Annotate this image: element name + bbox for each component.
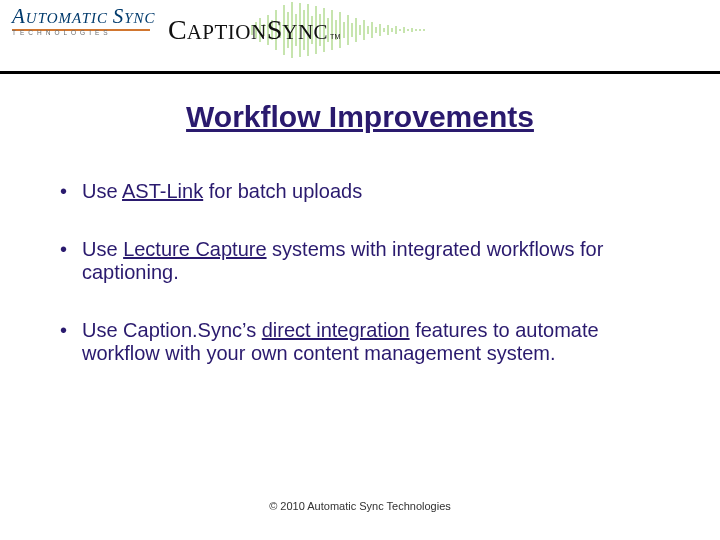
logo-cs-cap-c: C [168,14,187,46]
bullet-1-link: AST-Link [122,180,203,202]
bullet-2-link: Lecture Capture [123,238,266,260]
logo-ast-cap-a: A [12,4,26,28]
logo-ast-ync: YNC [124,10,155,26]
bullet-3-pre: Use Caption.Sync’s [82,319,262,341]
bullet-2-pre: Use [82,238,123,260]
logo-cs-ync: YNC [282,20,328,45]
logo-cs-tm: TM [330,33,340,40]
logo-captionsync: CAPTIONSYNCTM [168,14,340,46]
bullet-list: Use AST-Link for batch uploads Use Lectu… [54,180,666,366]
bullet-item-1: Use AST-Link for batch uploads [54,180,666,204]
logo-cs-aption: APTION [187,20,267,45]
logo-ast-line2: TECHNOLOGIES [12,29,156,36]
slide: AUTOMATIC SYNC TECHNOLOGIES [0,0,720,540]
logo-automatic-sync: AUTOMATIC SYNC TECHNOLOGIES [12,4,156,36]
logo-ast-utomatic: UTOMATIC [26,10,113,26]
header-divider [0,71,720,74]
slide-header: AUTOMATIC SYNC TECHNOLOGIES [0,0,720,74]
bullet-item-3: Use Caption.Sync’s direct integration fe… [54,319,666,366]
slide-title: Workflow Improvements [186,100,534,134]
bullet-1-post: for batch uploads [203,180,362,202]
logo-cs-cap-s: S [267,14,283,46]
logo-ast-cap-s: S [113,4,125,28]
logo-ast-line1: AUTOMATIC SYNC [12,4,156,29]
slide-title-wrap: Workflow Improvements [0,100,720,134]
bullet-3-link: direct integration [262,319,410,341]
bullet-1-pre: Use [82,180,122,202]
bullet-item-2: Use Lecture Capture systems with integra… [54,238,666,285]
slide-content: Use AST-Link for batch uploads Use Lectu… [54,180,666,366]
slide-footer: © 2010 Automatic Sync Technologies [0,500,720,512]
